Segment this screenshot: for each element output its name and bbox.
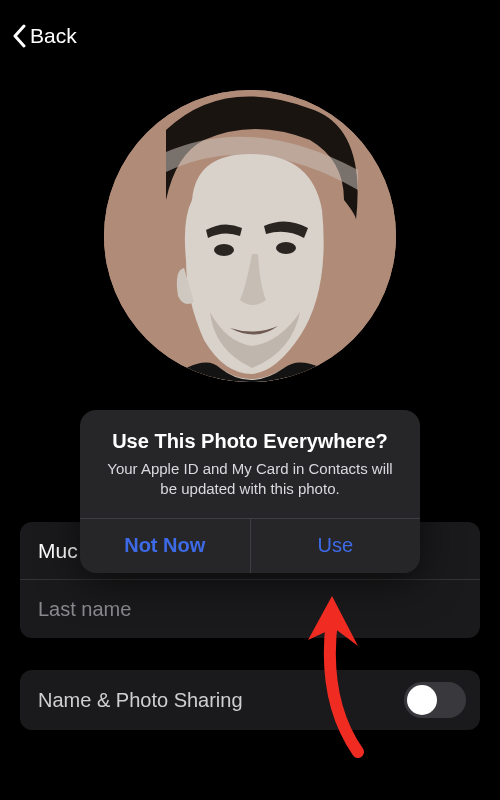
alert-body: Use This Photo Everywhere? Your Apple ID… <box>80 410 420 518</box>
share-label: Name & Photo Sharing <box>38 689 243 712</box>
not-now-button[interactable]: Not Now <box>80 519 250 573</box>
alert-actions: Not Now Use <box>80 518 420 573</box>
use-button[interactable]: Use <box>251 519 421 573</box>
alert-title: Use This Photo Everywhere? <box>102 430 398 453</box>
confirm-photo-alert: Use This Photo Everywhere? Your Apple ID… <box>80 410 420 573</box>
last-name-placeholder: Last name <box>38 598 131 621</box>
svg-point-2 <box>276 242 296 254</box>
alert-message: Your Apple ID and My Card in Contacts wi… <box>102 459 398 500</box>
share-toggle[interactable] <box>404 682 466 718</box>
first-name-value: Muc <box>38 539 78 563</box>
svg-point-1 <box>214 244 234 256</box>
last-name-field[interactable]: Last name <box>20 580 480 638</box>
nav-back[interactable]: Back <box>12 24 77 48</box>
chevron-left-icon <box>12 24 26 48</box>
back-label: Back <box>30 24 77 48</box>
toggle-knob <box>407 685 437 715</box>
name-photo-sharing-row: Name & Photo Sharing <box>20 670 480 730</box>
profile-photo[interactable] <box>104 90 396 382</box>
avatar-image <box>104 90 396 382</box>
